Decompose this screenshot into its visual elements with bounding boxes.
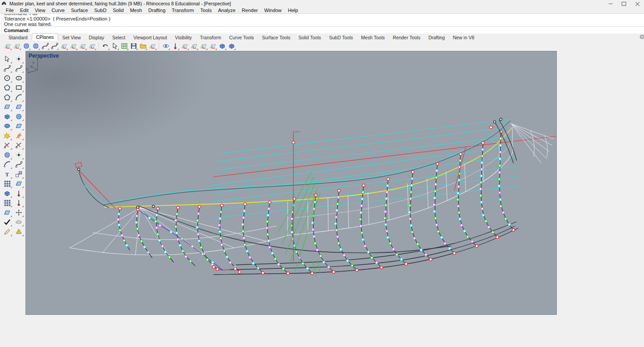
tool-curve-icon[interactable] <box>13 64 25 74</box>
viewport-perspective[interactable]: Perspective z x y <box>25 51 557 315</box>
menu-item-edit[interactable]: Edit <box>17 8 32 13</box>
close-button[interactable] <box>631 0 644 7</box>
tool-trim-icon[interactable] <box>13 141 25 151</box>
toolbar-tab-render-tools[interactable]: Render Tools <box>389 34 424 41</box>
toolbar-tab-viewport-layout[interactable]: Viewport Layout <box>129 34 171 41</box>
tool-trim-icon[interactable] <box>1 141 13 151</box>
tool-box-icon[interactable] <box>1 188 13 198</box>
tool-undo-icon[interactable] <box>101 42 110 50</box>
tool-cursor-icon[interactable] <box>110 42 119 50</box>
menu-item-analyze[interactable]: Analyze <box>215 8 238 13</box>
tool-torus-icon[interactable] <box>1 121 13 131</box>
tool-box-icon[interactable] <box>227 42 236 50</box>
toolbar-tab-select[interactable]: Select <box>108 34 129 41</box>
tool-point-icon[interactable] <box>13 150 25 160</box>
tool-flash-icon[interactable] <box>13 131 25 141</box>
tool-cplane-icon[interactable] <box>208 42 217 50</box>
tool-sphere-icon[interactable] <box>1 150 13 160</box>
command-prompt-input[interactable]: Command: <box>4 26 644 34</box>
toolbar-gear-icon[interactable] <box>639 34 644 41</box>
viewport-title-menu[interactable]: Perspective <box>29 53 64 59</box>
menu-item-drafting[interactable]: Drafting <box>145 8 169 13</box>
tool-arc-icon[interactable] <box>1 160 13 170</box>
tool-table-icon[interactable] <box>120 42 128 50</box>
tool-dots9-icon[interactable] <box>1 198 13 208</box>
toolbar-tab-drafting[interactable]: Drafting <box>424 34 449 41</box>
tool-check-icon[interactable] <box>1 217 13 227</box>
tool-curve-icon[interactable] <box>50 42 59 50</box>
tool-srf-icon[interactable] <box>13 179 25 189</box>
tool-bolt-icon[interactable] <box>1 131 13 141</box>
menu-item-render[interactable]: Render <box>239 8 261 13</box>
tool-cplane-icon[interactable] <box>78 42 87 50</box>
tool-arc-icon[interactable] <box>13 92 25 102</box>
tool-srf-icon[interactable] <box>1 208 13 217</box>
toolbar-tab-visibility[interactable]: Visibility <box>171 34 196 41</box>
tool-cloud-icon[interactable] <box>13 217 25 227</box>
toolbar-tab-set-view[interactable]: Set View <box>58 34 85 41</box>
command-area-grip[interactable] <box>0 14 4 34</box>
menu-item-surface[interactable]: Surface <box>68 8 91 13</box>
tool-sphere-icon[interactable] <box>31 42 40 50</box>
tool-disk-icon[interactable] <box>129 42 138 50</box>
minimize-button[interactable] <box>604 0 617 7</box>
menu-item-subd[interactable]: SubD <box>91 8 110 13</box>
tool-pyramid-icon[interactable] <box>13 227 25 237</box>
tool-cplane-icon[interactable] <box>180 42 189 50</box>
toolbar-tab-curve-tools[interactable]: Curve Tools <box>225 34 258 41</box>
tool-polygon-icon[interactable] <box>1 92 13 102</box>
tool-cplane-icon[interactable] <box>199 42 208 50</box>
tool-cplane-icon[interactable] <box>88 42 96 50</box>
tool-cplane-icon[interactable] <box>13 42 21 50</box>
tool-polygon-icon[interactable] <box>1 83 13 93</box>
tool-link-icon[interactable] <box>13 169 25 179</box>
menu-item-solid[interactable]: Solid <box>110 8 127 13</box>
left-toolbar-grip[interactable]: ···· <box>0 51 25 54</box>
tool-cplane-icon[interactable] <box>69 42 77 50</box>
toolbar-tab-transform[interactable]: Transform <box>196 34 225 41</box>
command-history[interactable]: Command: Fair Tolerance <1.00000> ( Pres… <box>4 14 644 26</box>
tool-point-icon[interactable] <box>13 54 25 64</box>
tool-srf-icon[interactable] <box>1 102 13 112</box>
tool-penc-icon[interactable] <box>1 227 13 237</box>
tool-sphere-icon[interactable] <box>22 42 30 50</box>
tool-pin-icon[interactable] <box>13 188 25 198</box>
tool-curve-icon[interactable] <box>1 64 13 74</box>
toolbar-tab-standard[interactable]: Standard <box>4 34 32 41</box>
tool-pin-icon[interactable] <box>171 42 179 50</box>
tool-cplane-icon[interactable] <box>59 42 68 50</box>
tool-cplane-icon[interactable] <box>3 42 12 50</box>
tool-sphere-icon[interactable] <box>13 112 25 121</box>
tool-ellipse-icon[interactable] <box>13 73 25 83</box>
toolbar-tab-mesh-tools[interactable]: Mesh Tools <box>357 34 389 41</box>
toolbar-tab-solid-tools[interactable]: Solid Tools <box>294 34 325 41</box>
tool-box-icon[interactable] <box>1 112 13 121</box>
menu-item-view[interactable]: View <box>32 8 49 13</box>
tool-circle-icon[interactable] <box>1 73 13 83</box>
menu-item-tools[interactable]: Tools <box>197 8 215 13</box>
menu-item-mesh[interactable]: Mesh <box>127 8 145 13</box>
tool-cplane-icon[interactable] <box>148 42 157 50</box>
toolbar-tab-new-in-v8[interactable]: New in V8 <box>449 34 479 41</box>
tool-cplane-icon[interactable] <box>190 42 198 50</box>
tool-curve-icon[interactable] <box>41 42 49 50</box>
toolbar-tab-cplanes[interactable]: CPlanes <box>32 33 59 41</box>
tool-rect-icon[interactable] <box>13 83 25 93</box>
tool-curve-icon[interactable] <box>13 160 25 170</box>
menu-item-curve[interactable]: Curve <box>48 8 68 13</box>
tool-srf-icon[interactable] <box>13 102 25 112</box>
menu-item-transform[interactable]: Transform <box>169 8 197 13</box>
menu-item-file[interactable]: File <box>3 8 17 13</box>
toolbar-tab-subd-tools[interactable]: SubD Tools <box>325 34 357 41</box>
toolbar-tab-display[interactable]: Display <box>85 34 108 41</box>
tool-box-icon[interactable] <box>218 42 226 50</box>
tool-dots9-icon[interactable] <box>1 179 13 189</box>
tool-move-icon[interactable] <box>13 208 25 217</box>
menu-item-help[interactable]: Help <box>285 8 301 13</box>
tool-srf-icon[interactable] <box>13 121 25 131</box>
tool-cursor-icon[interactable] <box>1 54 13 64</box>
tool-text-icon[interactable]: T <box>1 169 13 179</box>
toolbar-tab-surface-tools[interactable]: Surface Tools <box>258 34 294 41</box>
tool-pin-icon[interactable] <box>13 198 25 208</box>
menu-item-window[interactable]: Window <box>261 8 285 13</box>
